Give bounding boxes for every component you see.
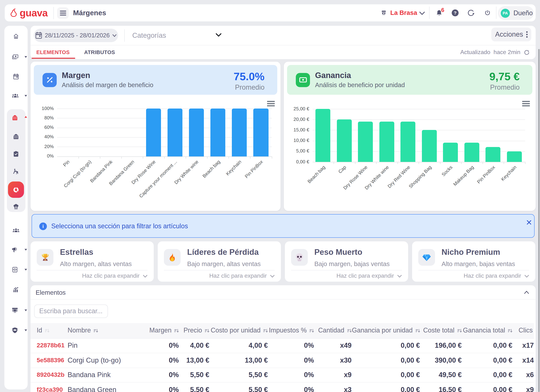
svg-text:?: ? [454, 10, 456, 15]
